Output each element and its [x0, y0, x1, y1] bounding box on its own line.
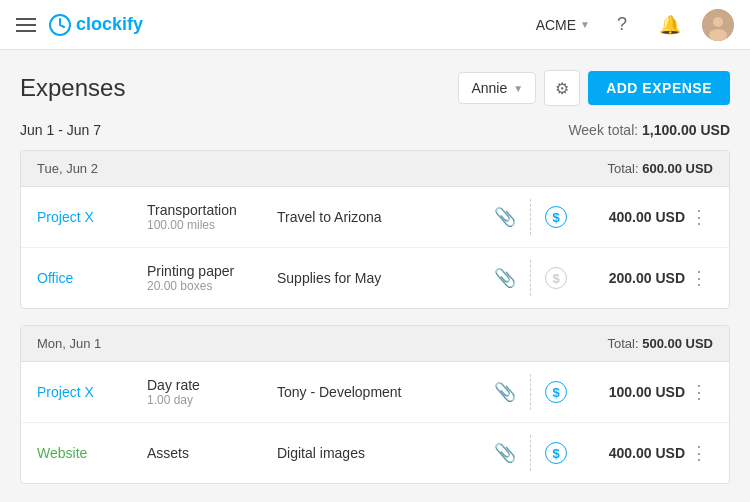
page-title: Expenses [20, 74, 125, 102]
date-range-row: Jun 1 - Jun 7 Week total: 1,100.00 USD [20, 122, 730, 138]
group-header-2: Mon, Jun 1 Total: 500.00 USD [21, 326, 729, 362]
group-total-label-2: Total: [607, 336, 638, 351]
logo: clockify [48, 13, 143, 37]
chevron-down-icon: ▼ [580, 19, 590, 30]
notifications-button[interactable]: 🔔 [654, 9, 686, 41]
billable-icon[interactable]: $ [545, 206, 567, 228]
workspace-selector[interactable]: ACME ▼ [536, 17, 590, 33]
help-button[interactable]: ? [606, 9, 638, 41]
item-sub: 1.00 day [147, 393, 277, 407]
svg-point-3 [709, 29, 727, 41]
icons-cell: 📎 $ [494, 260, 567, 296]
user-filter-dropdown[interactable]: Annie ▼ [458, 72, 536, 104]
logo-icon [48, 13, 72, 37]
icons-cell: 📎 $ [494, 199, 567, 235]
amount-cell: 400.00 USD [575, 445, 685, 461]
divider [530, 374, 531, 410]
group-total-1: Total: 600.00 USD [607, 161, 713, 176]
group-total-label-1: Total: [607, 161, 638, 176]
divider [530, 435, 531, 471]
item-name: Assets [147, 445, 277, 461]
attachment-icon[interactable]: 📎 [494, 267, 516, 289]
group-date-2: Mon, Jun 1 [37, 336, 101, 351]
billable-icon[interactable]: $ [545, 267, 567, 289]
item-cell: Assets [147, 445, 277, 461]
item-sub: 100.00 miles [147, 218, 277, 232]
table-row: Project X Day rate 1.00 day Tony - Devel… [21, 362, 729, 423]
user-filter-label: Annie [471, 80, 507, 96]
description-cell: Travel to Arizona [277, 209, 494, 225]
avatar[interactable] [702, 9, 734, 41]
icons-cell: 📎 $ [494, 435, 567, 471]
table-row: Project X Transportation 100.00 miles Tr… [21, 187, 729, 248]
week-total-label: Week total: [568, 122, 638, 138]
project-link[interactable]: Project X [37, 384, 94, 400]
group-total-2: Total: 500.00 USD [607, 336, 713, 351]
item-sub: 20.00 boxes [147, 279, 277, 293]
expense-group-1: Tue, Jun 2 Total: 600.00 USD Project X T… [20, 150, 730, 309]
attachment-icon[interactable]: 📎 [494, 442, 516, 464]
expense-group-2: Mon, Jun 1 Total: 500.00 USD Project X D… [20, 325, 730, 484]
group-total-value-2: 500.00 USD [642, 336, 713, 351]
item-cell: Transportation 100.00 miles [147, 202, 277, 232]
project-link[interactable]: Office [37, 270, 73, 286]
divider [530, 260, 531, 296]
description-cell: Tony - Development [277, 384, 494, 400]
row-menu-button[interactable]: ⋮ [685, 381, 713, 403]
header-right: ACME ▼ ? 🔔 [536, 9, 734, 41]
description-cell: Supplies for May [277, 270, 494, 286]
amount-cell: 200.00 USD [575, 270, 685, 286]
divider [530, 199, 531, 235]
add-expense-button[interactable]: ADD EXPENSE [588, 71, 730, 105]
item-cell: Printing paper 20.00 boxes [147, 263, 277, 293]
main-content: Expenses Annie ▼ ⚙ ADD EXPENSE Jun 1 - J… [0, 50, 750, 484]
item-name: Transportation [147, 202, 277, 218]
billable-icon[interactable]: $ [545, 381, 567, 403]
attachment-icon-inactive[interactable]: 📎 [494, 381, 516, 403]
attachment-icon[interactable]: 📎 [494, 206, 516, 228]
group-date-1: Tue, Jun 2 [37, 161, 98, 176]
date-range: Jun 1 - Jun 7 [20, 122, 101, 138]
project-link[interactable]: Website [37, 445, 87, 461]
project-cell: Website [37, 445, 147, 461]
icons-cell: 📎 $ [494, 374, 567, 410]
amount-cell: 100.00 USD [575, 384, 685, 400]
item-name: Day rate [147, 377, 277, 393]
item-cell: Day rate 1.00 day [147, 377, 277, 407]
row-menu-button[interactable]: ⋮ [685, 267, 713, 289]
table-row: Office Printing paper 20.00 boxes Suppli… [21, 248, 729, 308]
page-header: Expenses Annie ▼ ⚙ ADD EXPENSE [20, 70, 730, 106]
logo-text: clockify [76, 14, 143, 35]
row-menu-button[interactable]: ⋮ [685, 442, 713, 464]
workspace-label: ACME [536, 17, 576, 33]
chevron-down-icon: ▼ [513, 83, 523, 94]
project-link[interactable]: Project X [37, 209, 94, 225]
billable-icon[interactable]: $ [545, 442, 567, 464]
project-cell: Project X [37, 384, 147, 400]
svg-point-2 [713, 17, 723, 27]
app-header: clockify ACME ▼ ? 🔔 [0, 0, 750, 50]
group-total-value-1: 600.00 USD [642, 161, 713, 176]
group-header-1: Tue, Jun 2 Total: 600.00 USD [21, 151, 729, 187]
week-total-value: 1,100.00 USD [642, 122, 730, 138]
table-row: Website Assets Digital images 📎 $ 400.00… [21, 423, 729, 483]
project-cell: Project X [37, 209, 147, 225]
week-total: Week total: 1,100.00 USD [568, 122, 730, 138]
description-cell: Digital images [277, 445, 494, 461]
project-cell: Office [37, 270, 147, 286]
hamburger-menu[interactable] [16, 18, 36, 32]
row-menu-button[interactable]: ⋮ [685, 206, 713, 228]
page-header-actions: Annie ▼ ⚙ ADD EXPENSE [458, 70, 730, 106]
settings-button[interactable]: ⚙ [544, 70, 580, 106]
avatar-image [702, 9, 734, 41]
item-name: Printing paper [147, 263, 277, 279]
amount-cell: 400.00 USD [575, 209, 685, 225]
